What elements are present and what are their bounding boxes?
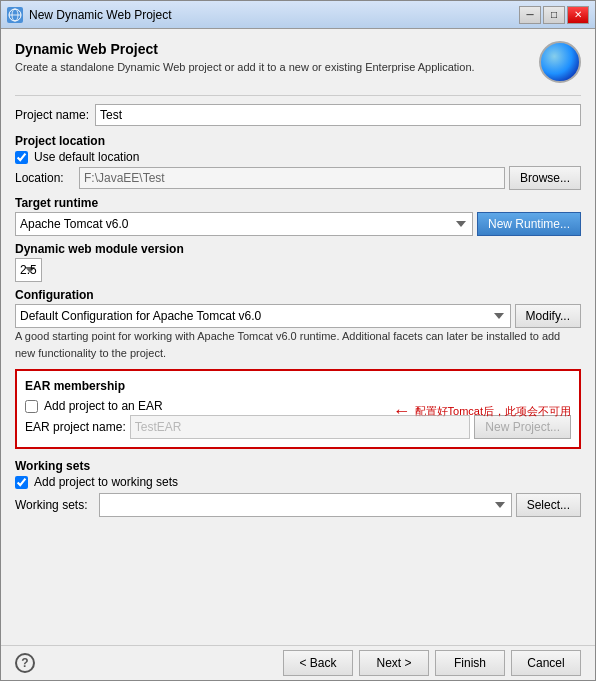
ear-name-select[interactable]: TestEAR xyxy=(130,415,471,439)
ear-membership-title: EAR membership xyxy=(25,379,571,393)
configuration-info: A good starting point for working with A… xyxy=(15,328,581,361)
project-name-label: Project name: xyxy=(15,108,89,122)
modify-button[interactable]: Modify... xyxy=(515,304,581,328)
add-to-working-sets-row: Add project to working sets xyxy=(15,475,581,489)
target-runtime-section: Target runtime Apache Tomcat v6.0 New Ru… xyxy=(15,196,581,236)
configuration-row: Default Configuration for Apache Tomcat … xyxy=(15,304,581,328)
add-to-ear-label: Add project to an EAR xyxy=(44,399,163,413)
dialog-content: Dynamic Web Project Create a standalone … xyxy=(1,29,595,645)
dynamic-web-module-title: Dynamic web module version xyxy=(15,242,581,256)
project-name-input[interactable] xyxy=(95,104,581,126)
cancel-button[interactable]: Cancel xyxy=(511,650,581,676)
add-to-working-sets-checkbox[interactable] xyxy=(15,476,28,489)
target-runtime-title: Target runtime xyxy=(15,196,581,210)
header-separator xyxy=(15,95,581,96)
dialog-buttons: < Back Next > Finish Cancel xyxy=(283,650,581,676)
working-sets-select[interactable] xyxy=(99,493,512,517)
use-default-location-row: Use default location xyxy=(15,150,581,164)
browse-button[interactable]: Browse... xyxy=(509,166,581,190)
configuration-select[interactable]: Default Configuration for Apache Tomcat … xyxy=(15,304,511,328)
select-working-sets-button[interactable]: Select... xyxy=(516,493,581,517)
header-title: Dynamic Web Project xyxy=(15,41,539,57)
working-sets-label: Working sets: xyxy=(15,498,95,512)
project-name-row: Project name: xyxy=(15,104,581,126)
window-icon xyxy=(7,7,23,23)
project-location-title: Project location xyxy=(15,134,581,148)
runtime-row: Apache Tomcat v6.0 New Runtime... xyxy=(15,212,581,236)
configuration-section: Configuration Default Configuration for … xyxy=(15,288,581,363)
working-sets-title: Working sets xyxy=(15,459,581,473)
project-location-section: Project location Use default location Lo… xyxy=(15,134,581,190)
new-runtime-button[interactable]: New Runtime... xyxy=(477,212,581,236)
working-sets-section: Working sets Add project to working sets… xyxy=(15,459,581,517)
main-window: New Dynamic Web Project ─ □ ✕ Dynamic We… xyxy=(0,0,596,681)
runtime-select[interactable]: Apache Tomcat v6.0 xyxy=(15,212,473,236)
add-to-ear-checkbox[interactable] xyxy=(25,400,38,413)
header-text: Dynamic Web Project Create a standalone … xyxy=(15,41,539,73)
close-button[interactable]: ✕ xyxy=(567,6,589,24)
window-controls: ─ □ ✕ xyxy=(519,6,589,24)
location-input[interactable] xyxy=(79,167,505,189)
ear-membership-section: EAR membership ← 配置好Tomcat后，此项会不可用 Add p… xyxy=(15,369,581,449)
location-label: Location: xyxy=(15,171,75,185)
dynamic-web-module-section: Dynamic web module version 2.5 3.0 xyxy=(15,242,581,282)
configuration-title: Configuration xyxy=(15,288,581,302)
add-to-working-sets-label: Add project to working sets xyxy=(34,475,178,489)
use-default-location-label: Use default location xyxy=(34,150,139,164)
window-title: New Dynamic Web Project xyxy=(29,8,519,22)
ear-name-label: EAR project name: xyxy=(25,420,126,434)
back-button[interactable]: < Back xyxy=(283,650,353,676)
title-bar: New Dynamic Web Project ─ □ ✕ xyxy=(1,1,595,29)
help-icon[interactable]: ? xyxy=(15,653,35,673)
bottom-bar: ? < Back Next > Finish Cancel xyxy=(1,645,595,680)
use-default-location-checkbox[interactable] xyxy=(15,151,28,164)
module-version-select[interactable]: 2.5 3.0 xyxy=(15,258,42,282)
maximize-button[interactable]: □ xyxy=(543,6,565,24)
header-description: Create a standalone Dynamic Web project … xyxy=(15,61,539,73)
finish-button[interactable]: Finish xyxy=(435,650,505,676)
globe-icon xyxy=(539,41,581,83)
next-button[interactable]: Next > xyxy=(359,650,429,676)
header-section: Dynamic Web Project Create a standalone … xyxy=(15,41,581,83)
working-sets-row: Working sets: Select... xyxy=(15,493,581,517)
location-row: Location: Browse... xyxy=(15,166,581,190)
minimize-button[interactable]: ─ xyxy=(519,6,541,24)
